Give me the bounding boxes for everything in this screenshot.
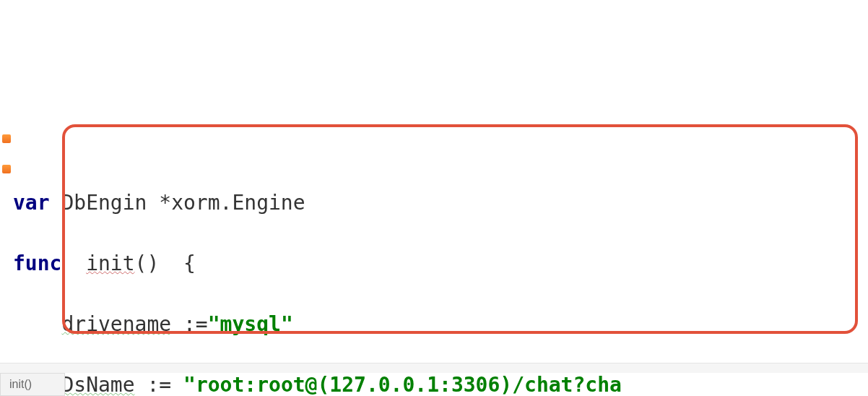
code-line[interactable]: drivename :="mysql" — [13, 309, 868, 340]
func-name: init — [86, 251, 134, 275]
breadcrumb-label: init() — [9, 376, 32, 393]
gutter-marker — [2, 134, 11, 143]
code-editor[interactable]: var DbEngin *xorm.Engine func init() { d… — [0, 121, 868, 396]
brace: { — [183, 251, 196, 275]
code-text — [159, 251, 183, 275]
code-line[interactable]: var DbEngin *xorm.Engine — [13, 188, 868, 218]
code-text: DbEngin *xorm.Engine — [50, 191, 305, 215]
indent — [13, 312, 61, 336]
keyword-func: func — [13, 251, 61, 275]
string-literal: "mysql" — [208, 312, 293, 336]
breadcrumb[interactable]: init() — [0, 373, 65, 396]
gutter — [0, 127, 13, 218]
code-text: () — [135, 251, 160, 275]
assign: := — [171, 312, 208, 336]
assign: := — [135, 373, 183, 396]
code-line[interactable]: DsName := "root:root@(127.0.0.1:3306)/ch… — [13, 370, 868, 396]
variable: drivename — [61, 312, 171, 336]
variable: DsName — [61, 373, 134, 396]
code-line[interactable]: func init() { — [13, 249, 868, 279]
string-literal: "root:root@(127.0.0.1:3306)/chat?cha — [183, 373, 622, 396]
code-text — [61, 251, 86, 275]
horizontal-scrollbar[interactable] — [0, 363, 868, 373]
gutter-marker — [2, 165, 11, 173]
